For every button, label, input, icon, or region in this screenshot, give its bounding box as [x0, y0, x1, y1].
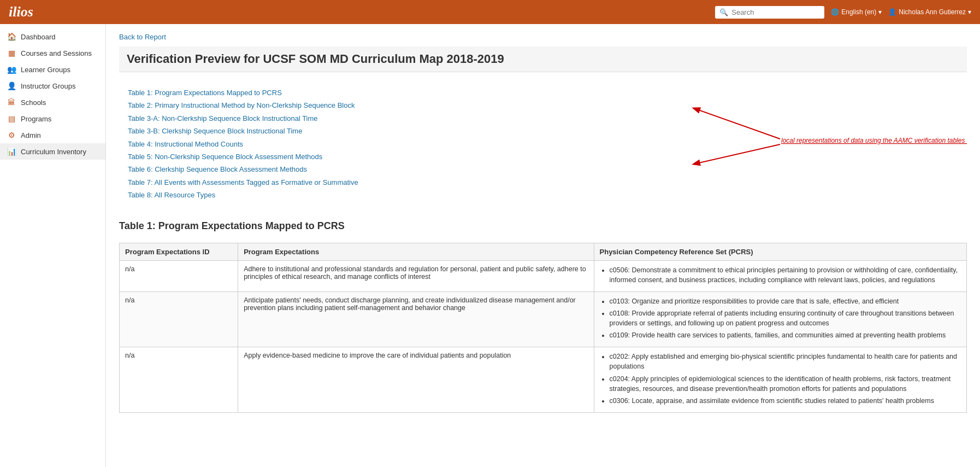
- toc-link-4[interactable]: Table 3-B: Clerkship Sequence Block Inst…: [128, 125, 958, 137]
- table-row: n/a Adhere to institutional and professi…: [120, 260, 967, 291]
- top-nav: ilios 🔍 🌐 English (en) ▾ 👤 Nicholas Ann …: [0, 0, 980, 24]
- sidebar-label-learner-groups: Learner Groups: [21, 66, 70, 74]
- row1-expectation: Adhere to institutional and professional…: [238, 260, 594, 291]
- toc-link-7[interactable]: Table 6: Clerkship Sequence Block Assess…: [128, 163, 958, 176]
- language-selector[interactable]: 🌐 English (en) ▾: [831, 8, 882, 16]
- lang-chevron-icon: ▾: [878, 8, 882, 16]
- pcrs-item: c0306: Locate, appraise, and assimilate …: [610, 396, 961, 406]
- row2-expectation: Anticipate patients' needs, conduct disc…: [238, 291, 594, 347]
- toc-link-1[interactable]: Table 1: Program Expectations Mapped to …: [128, 86, 958, 99]
- sidebar-item-admin[interactable]: ⚙ Admin: [0, 127, 105, 143]
- table-row: n/a Anticipate patients' needs, conduct …: [120, 291, 967, 347]
- sidebar-item-schools[interactable]: 🏛 Schools: [0, 94, 105, 110]
- row3-pcrs: c0202: Apply established and emerging bi…: [594, 347, 966, 413]
- pcrs-item: c0506: Demonstrate a commitment to ethic…: [610, 265, 961, 285]
- sidebar-item-curriculum-inventory[interactable]: 📊 Curriculum Inventory: [0, 143, 105, 160]
- toc-link-5[interactable]: Table 4: Instructional Method Counts: [128, 138, 958, 150]
- sidebar-item-dashboard[interactable]: 🏠 Dashboard: [0, 28, 105, 45]
- sidebar-label-programs: Programs: [21, 115, 51, 123]
- table-row: n/a Apply evidence-based medicine to imp…: [120, 347, 967, 413]
- instructor-groups-icon: 👤: [7, 81, 16, 90]
- sidebar-item-instructor-groups[interactable]: 👤 Instructor Groups: [0, 78, 105, 94]
- user-name: Nicholas Ann Gutierrez: [899, 8, 966, 16]
- sidebar-label-dashboard: Dashboard: [21, 33, 56, 41]
- col-header-expectations: Program Expectations: [238, 243, 594, 260]
- row2-pcrs: c0103: Organize and prioritize responsib…: [594, 291, 966, 347]
- app-logo: ilios: [9, 4, 33, 20]
- pcrs-item: c0109: Provide health care services to p…: [610, 330, 961, 340]
- table1: Program Expectations ID Program Expectat…: [119, 243, 967, 413]
- sidebar-label-curriculum: Curriculum Inventory: [21, 148, 86, 156]
- back-to-report-link[interactable]: Back to Report: [119, 33, 166, 41]
- page-title: Verification Preview for UCSF SOM MD Cur…: [119, 46, 967, 72]
- table1-title: Table 1: Program Expectations Mapped to …: [119, 216, 967, 236]
- col-header-id: Program Expectations ID: [120, 243, 238, 260]
- courses-icon: ▦: [7, 49, 16, 57]
- row1-id: n/a: [120, 260, 238, 291]
- language-label: English (en): [841, 8, 876, 16]
- schools-icon: 🏛: [7, 98, 16, 107]
- col-header-pcrs: Physician Competency Reference Set (PCRS…: [594, 243, 966, 260]
- layout: 🏠 Dashboard ▦ Courses and Sessions 👥 Lea…: [0, 24, 980, 467]
- pcrs-item: c0108: Provide appropriate referral of p…: [610, 308, 961, 328]
- home-icon: 🏠: [7, 32, 16, 41]
- user-icon: 👤: [888, 8, 896, 16]
- sidebar: 🏠 Dashboard ▦ Courses and Sessions 👥 Lea…: [0, 24, 106, 467]
- sidebar-label-courses: Courses and Sessions: [21, 49, 92, 57]
- pcrs-item: c0204: Apply principles of epidemiologic…: [610, 374, 961, 394]
- search-icon: 🔍: [719, 8, 728, 16]
- curriculum-icon: 📊: [7, 147, 16, 156]
- user-menu[interactable]: 👤 Nicholas Ann Gutierrez ▾: [888, 8, 971, 16]
- sidebar-item-learner-groups[interactable]: 👥 Learner Groups: [0, 61, 105, 78]
- row3-expectation: Apply evidence-based medicine to improve…: [238, 347, 594, 413]
- row1-pcrs: c0506: Demonstrate a commitment to ethic…: [594, 260, 966, 291]
- search-box[interactable]: 🔍: [715, 6, 824, 19]
- sidebar-label-admin: Admin: [21, 131, 41, 139]
- top-nav-right: 🔍 🌐 English (en) ▾ 👤 Nicholas Ann Gutier…: [715, 6, 971, 19]
- pcrs-item: c0202: Apply established and emerging bi…: [610, 352, 961, 371]
- search-input[interactable]: [731, 8, 820, 16]
- toc-container: Table 1: Program Expectations Mapped to …: [119, 80, 967, 208]
- table-of-contents: Table 1: Program Expectations Mapped to …: [119, 80, 967, 208]
- toc-link-2[interactable]: Table 2: Primary Instructional Method by…: [128, 99, 958, 112]
- globe-icon: 🌐: [831, 8, 839, 16]
- toc-link-9[interactable]: Table 8: All Resource Types: [128, 189, 958, 201]
- sidebar-label-instructor-groups: Instructor Groups: [21, 82, 75, 90]
- toc-link-8[interactable]: Table 7: All Events with Assessments Tag…: [128, 176, 958, 189]
- sidebar-label-schools: Schools: [21, 98, 46, 107]
- toc-link-3[interactable]: Table 3-A: Non-Clerkship Sequence Block …: [128, 112, 958, 125]
- user-chevron-icon: ▾: [968, 8, 971, 16]
- row3-id: n/a: [120, 347, 238, 413]
- sidebar-item-programs[interactable]: ▤ Programs: [0, 110, 105, 127]
- admin-icon: ⚙: [7, 131, 16, 139]
- programs-icon: ▤: [7, 114, 16, 123]
- main-content: Back to Report Verification Preview for …: [106, 24, 980, 467]
- row2-id: n/a: [120, 291, 238, 347]
- pcrs-item: c0103: Organize and prioritize responsib…: [610, 296, 961, 306]
- sidebar-item-courses-sessions[interactable]: ▦ Courses and Sessions: [0, 45, 105, 61]
- toc-link-6[interactable]: Table 5: Non-Clerkship Sequence Block As…: [128, 150, 958, 163]
- learner-groups-icon: 👥: [7, 65, 16, 74]
